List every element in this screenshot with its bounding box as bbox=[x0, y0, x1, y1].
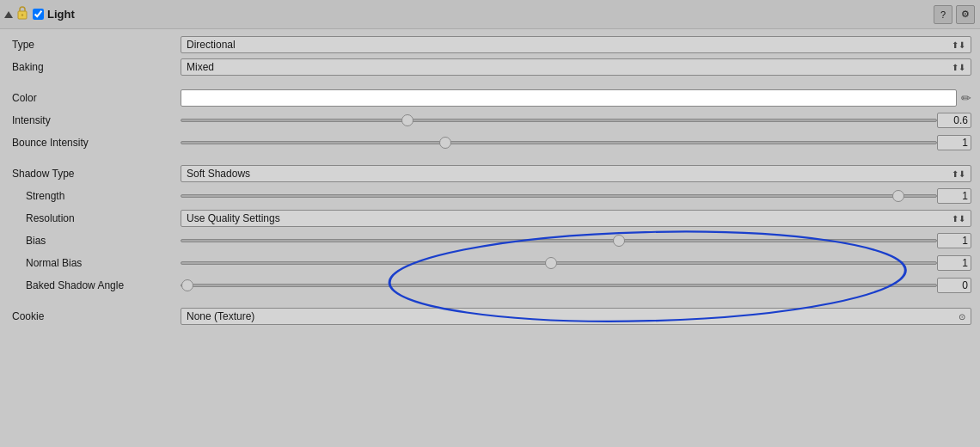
baked-shadow-angle-slider-thumb[interactable] bbox=[181, 279, 193, 291]
baking-dropdown[interactable]: Mixed ⬆⬇ bbox=[181, 58, 971, 76]
bias-label: Bias bbox=[9, 235, 181, 247]
header-bar: Light ? ⚙ bbox=[0, 0, 980, 29]
strength-control: 1 bbox=[181, 188, 971, 204]
shadow-type-control: Soft Shadows ⬆⬇ bbox=[181, 165, 971, 182]
resolution-dropdown[interactable]: Use Quality Settings ⬆⬇ bbox=[181, 210, 971, 227]
color-control: ✏ bbox=[181, 89, 971, 107]
normal-bias-row: Normal Bias 1 bbox=[9, 253, 971, 273]
shadow-type-label: Shadow Type bbox=[9, 168, 181, 180]
normal-bias-slider-thumb[interactable] bbox=[545, 257, 557, 269]
resolution-label: Resolution bbox=[9, 212, 181, 224]
bounce-intensity-row: Bounce Intensity 1 bbox=[9, 132, 971, 153]
bias-slider-track[interactable] bbox=[181, 239, 937, 242]
bounce-intensity-slider-container bbox=[181, 141, 937, 144]
strength-slider-thumb[interactable] bbox=[892, 190, 904, 202]
cookie-row: Cookie None (Texture) ⊙ bbox=[9, 306, 971, 327]
color-field[interactable] bbox=[181, 89, 957, 107]
pencil-icon[interactable]: ✏ bbox=[961, 91, 971, 105]
intensity-slider-thumb[interactable] bbox=[401, 114, 413, 126]
baked-shadow-angle-slider-track[interactable] bbox=[181, 284, 937, 287]
header-left: Light bbox=[5, 5, 75, 23]
intensity-label: Intensity bbox=[9, 114, 181, 126]
bias-slider-container bbox=[181, 239, 937, 242]
cookie-control: None (Texture) ⊙ bbox=[181, 308, 971, 325]
resolution-row: Resolution Use Quality Settings ⬆⬇ bbox=[9, 208, 971, 229]
resolution-dropdown-arrow: ⬆⬇ bbox=[952, 214, 965, 224]
header-right: ? ⚙ bbox=[934, 5, 975, 24]
normal-bias-control: 1 bbox=[181, 255, 971, 271]
strength-row: Strength 1 bbox=[9, 186, 971, 206]
color-row: Color ✏ bbox=[9, 88, 971, 108]
enabled-checkbox-label[interactable]: Light bbox=[33, 8, 75, 21]
bounce-intensity-label: Bounce Intensity bbox=[9, 137, 181, 149]
baked-shadow-angle-slider-container bbox=[181, 284, 937, 287]
baked-shadow-angle-row: Baked Shadow Angle 0 bbox=[9, 275, 971, 296]
strength-slider-track[interactable] bbox=[181, 194, 937, 198]
resolution-control: Use Quality Settings ⬆⬇ bbox=[181, 210, 971, 227]
svg-point-1 bbox=[21, 14, 23, 15]
baking-dropdown-arrow: ⬆⬇ bbox=[952, 63, 965, 72]
normal-bias-slider-container bbox=[181, 261, 937, 265]
intensity-value[interactable]: 0.6 bbox=[937, 113, 971, 128]
intensity-slider-container bbox=[181, 119, 937, 122]
baking-control: Mixed ⬆⬇ bbox=[181, 58, 971, 76]
content-area: Type Directional ⬆⬇ Baking Mixed ⬆⬇ Colo… bbox=[0, 29, 980, 334]
bias-control: 1 bbox=[181, 233, 971, 248]
cookie-icon: ⊙ bbox=[959, 312, 965, 321]
settings-button[interactable]: ⚙ bbox=[956, 5, 975, 24]
collapse-icon[interactable] bbox=[4, 11, 13, 18]
shadow-type-dropdown-arrow: ⬆⬇ bbox=[952, 169, 965, 179]
baking-label: Baking bbox=[9, 61, 181, 73]
help-button[interactable]: ? bbox=[934, 5, 952, 24]
type-dropdown-arrow: ⬆⬇ bbox=[952, 40, 965, 50]
bounce-intensity-slider-thumb[interactable] bbox=[439, 137, 451, 149]
bounce-intensity-value[interactable]: 1 bbox=[937, 135, 971, 150]
type-row: Type Directional ⬆⬇ bbox=[9, 34, 971, 55]
bias-value[interactable]: 1 bbox=[937, 233, 971, 248]
type-dropdown[interactable]: Directional ⬆⬇ bbox=[181, 36, 971, 53]
strength-label: Strength bbox=[9, 190, 181, 202]
baking-row: Baking Mixed ⬆⬇ bbox=[9, 57, 971, 77]
bias-slider-thumb[interactable] bbox=[613, 235, 625, 247]
cookie-label: Cookie bbox=[9, 310, 181, 322]
normal-bias-slider-track[interactable] bbox=[181, 261, 937, 265]
strength-slider-container bbox=[181, 194, 937, 198]
strength-value[interactable]: 1 bbox=[937, 188, 971, 204]
light-panel: Light ? ⚙ Type Directional ⬆⬇ Bak bbox=[0, 0, 980, 447]
bias-row: Bias 1 bbox=[9, 230, 971, 251]
intensity-slider-track[interactable] bbox=[181, 119, 937, 122]
baked-shadow-angle-value[interactable]: 0 bbox=[937, 278, 971, 293]
enabled-checkbox[interactable] bbox=[33, 9, 44, 20]
header-title: Light bbox=[47, 8, 75, 21]
shadow-type-dropdown[interactable]: Soft Shadows ⬆⬇ bbox=[181, 165, 971, 182]
type-control: Directional ⬆⬇ bbox=[181, 36, 971, 53]
type-label: Type bbox=[9, 39, 181, 51]
baked-shadow-angle-control: 0 bbox=[181, 278, 971, 293]
intensity-row: Intensity 0.6 bbox=[9, 110, 971, 131]
lock-icon bbox=[16, 5, 28, 23]
color-label: Color bbox=[9, 92, 181, 104]
normal-bias-label: Normal Bias bbox=[9, 257, 181, 269]
shadow-type-row: Shadow Type Soft Shadows ⬆⬇ bbox=[9, 163, 971, 184]
baked-shadow-angle-label: Baked Shadow Angle bbox=[9, 279, 181, 291]
bounce-intensity-slider-track[interactable] bbox=[181, 141, 937, 144]
bounce-intensity-control: 1 bbox=[181, 135, 971, 150]
cookie-dropdown[interactable]: None (Texture) ⊙ bbox=[181, 308, 971, 325]
normal-bias-value[interactable]: 1 bbox=[937, 255, 971, 271]
intensity-control: 0.6 bbox=[181, 113, 971, 128]
